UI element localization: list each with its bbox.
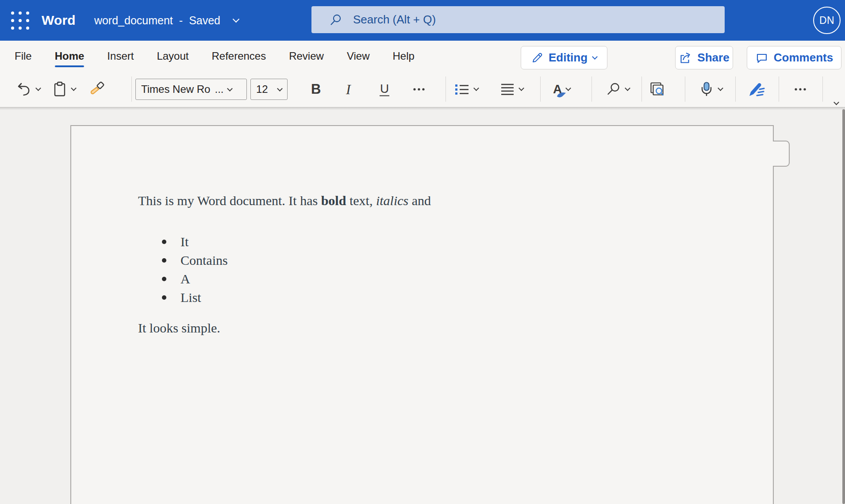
document-content[interactable]: This is my Word document. It has bold te… (71, 126, 773, 336)
toolbar-divider (446, 76, 446, 102)
font-size-value: 12 (256, 83, 268, 95)
document-title[interactable]: word_document - Saved (94, 14, 238, 27)
menu-item-layout[interactable]: Layout (157, 41, 188, 71)
bullet-list: It Contains A List (138, 233, 737, 307)
find-button[interactable] (606, 82, 630, 97)
editing-mode-button[interactable]: Editing (521, 46, 607, 69)
bold-icon: B (311, 81, 321, 97)
alignment-button[interactable] (500, 82, 523, 97)
styles-icon: A (553, 82, 562, 96)
bold-text: bold (321, 193, 346, 208)
font-size-chevron-down-icon (277, 86, 283, 92)
collapse-ribbon-chevron-icon[interactable] (833, 99, 839, 105)
page-find-button[interactable] (649, 81, 665, 97)
paragraph: This is my Word document. It has bold te… (138, 193, 737, 209)
font-name-value: Times New Ro (141, 83, 210, 95)
font-name-combobox[interactable]: Times New Ro ... (135, 79, 247, 100)
format-painter-button[interactable] (88, 81, 105, 97)
toolbar-divider (735, 76, 736, 102)
menu-item-review[interactable]: Review (289, 41, 324, 71)
dictate-chevron-down-icon (718, 85, 723, 91)
search-input[interactable] (353, 13, 725, 27)
pencil-icon (531, 52, 543, 64)
undo-icon (16, 81, 32, 97)
toolbar-divider (779, 76, 779, 102)
bullet-list-button[interactable] (454, 82, 478, 97)
italic-text: italics (376, 193, 408, 208)
more-formatting-button[interactable] (411, 82, 426, 97)
editing-chevron-down-icon (592, 54, 598, 60)
app-launcher-icon[interactable] (10, 11, 30, 30)
comments-icon (755, 51, 768, 65)
editing-label: Editing (549, 51, 588, 65)
paragraph: It looks simple. (138, 320, 737, 336)
comments-button[interactable]: Comments (747, 46, 841, 69)
styles-brush-icon (557, 92, 566, 98)
list-item: It (138, 233, 737, 251)
underline-button[interactable]: U (380, 82, 389, 96)
document-canvas: This is my Word document. It has bold te… (0, 107, 845, 504)
app-name: Word (42, 13, 76, 28)
ellipsis-icon (793, 82, 808, 97)
italic-button[interactable]: I (346, 81, 351, 97)
share-icon (679, 51, 692, 65)
document-name: word_document (94, 14, 173, 27)
menu-bar: File Home Insert Layout References Revie… (0, 41, 845, 71)
search-bar[interactable] (311, 6, 725, 33)
toolbar-divider (685, 76, 685, 102)
undo-button[interactable] (16, 81, 40, 97)
styles-button[interactable]: A (553, 82, 570, 96)
font-size-combobox[interactable]: 12 (250, 79, 288, 100)
font-name-chevron-down-icon (227, 86, 233, 92)
menu-item-insert[interactable]: Insert (107, 41, 134, 71)
menu-item-references[interactable]: References (211, 41, 266, 71)
format-painter-icon (88, 81, 105, 97)
paste-button[interactable] (52, 81, 76, 97)
undo-chevron-down-icon (35, 85, 41, 91)
share-label: Share (697, 51, 729, 65)
italic-icon: I (346, 81, 351, 97)
bold-button[interactable]: B (311, 81, 321, 97)
paste-chevron-down-icon (71, 85, 77, 91)
page-find-icon (649, 81, 665, 97)
list-item: List (138, 288, 737, 307)
toolbar-divider (131, 76, 132, 102)
document-page[interactable]: This is my Word document. It has bold te… (70, 125, 774, 504)
comments-label: Comments (774, 51, 833, 65)
editor-pen-icon (749, 82, 765, 97)
word-online-window: Word word_document - Saved DN File Home … (0, 0, 845, 504)
toolbar-divider (540, 76, 541, 102)
search-icon (329, 13, 342, 27)
avatar[interactable]: DN (813, 7, 841, 34)
toolbar-divider (641, 76, 642, 102)
dictate-microphone-icon (699, 81, 714, 97)
save-status: Saved (189, 14, 220, 27)
styles-chevron-down-icon (565, 85, 571, 91)
find-icon (606, 82, 621, 97)
more-commands-button[interactable] (793, 82, 808, 97)
title-separator: - (179, 14, 183, 27)
font-name-truncation: ... (215, 83, 223, 95)
clipboard-icon (52, 81, 67, 97)
share-button[interactable]: Share (675, 46, 733, 69)
dictate-button[interactable] (699, 81, 722, 97)
list-item: A (138, 270, 737, 288)
vertical-scrollbar-thumb[interactable] (842, 109, 845, 504)
bullet-list-icon (454, 82, 470, 97)
ribbon-toolbar: Times New Ro ... 12 B I U (0, 71, 845, 107)
toolbar-divider (592, 76, 592, 102)
list-item: Contains (138, 251, 737, 270)
menu-item-help[interactable]: Help (392, 41, 414, 71)
titlebar: Word word_document - Saved DN (0, 0, 845, 41)
editor-button[interactable] (749, 82, 765, 97)
alignment-icon (500, 82, 515, 97)
menu-item-file[interactable]: File (15, 41, 32, 71)
avatar-initials: DN (819, 15, 834, 27)
underline-icon: U (380, 82, 389, 96)
menu-item-home[interactable]: Home (55, 41, 84, 71)
toolbar-divider (822, 76, 823, 102)
title-chevron-down-icon[interactable] (233, 16, 240, 23)
page-side-tab[interactable] (773, 141, 790, 167)
alignment-chevron-down-icon (519, 85, 524, 91)
menu-item-view[interactable]: View (347, 41, 370, 71)
